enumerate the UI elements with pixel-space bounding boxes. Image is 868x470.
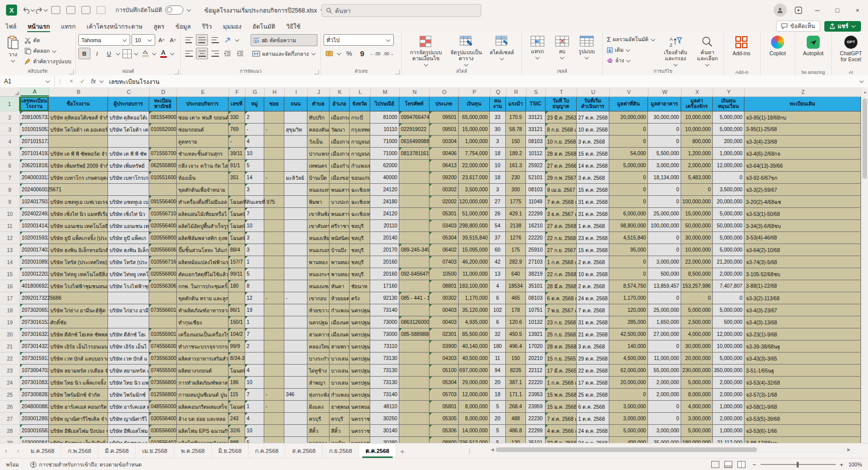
- cell-T16[interactable]: 28 มี.ค. 2568: [546, 280, 577, 292]
- cell-B16[interactable]: บริษัท โรงไฟฟ้าชุมชนหนองแ: [49, 280, 108, 292]
- cell-L2[interactable]: กระบี่: [350, 111, 370, 124]
- cell-Z3[interactable]: 3-95(1)-25/68: [744, 124, 861, 136]
- cell-H14[interactable]: [264, 256, 284, 268]
- cell-Q21[interactable]: 180: [490, 340, 506, 352]
- cell-L14[interactable]: ชลบุรี: [350, 256, 370, 268]
- cell-B23[interactable]: บริษัท สยามทรัค เรเดียล จำกั: [49, 365, 108, 377]
- cell-D4[interactable]: [149, 136, 177, 148]
- sheet-tab-มิ.ย.2568[interactable]: มิ.ย.2568: [212, 444, 249, 458]
- cell-C26[interactable]: บริษัท อาร์เคเอส ค: [108, 401, 149, 413]
- cell-J20[interactable]: สามควายเผือก: [307, 328, 330, 340]
- cell-W8[interactable]: 0: [648, 184, 681, 196]
- column-header-Y[interactable]: Y: [713, 87, 745, 96]
- cell-D15[interactable]: 02055680044: [149, 268, 177, 280]
- cell-A2[interactable]: 208100573256: [20, 111, 49, 124]
- cell-W12[interactable]: 0: [648, 232, 681, 244]
- cell-M10[interactable]: 24120: [370, 208, 399, 220]
- increase-indent-button[interactable]: [235, 48, 246, 59]
- cell-G7[interactable]: 14: [245, 172, 264, 184]
- cell-J9[interactable]: พิมพา: [307, 196, 330, 208]
- cell-D16[interactable]: 01055630675: [149, 280, 177, 292]
- cell-U10[interactable]: 31 ต.ค. 2568: [577, 208, 609, 220]
- cell-P9[interactable]: 120,000,000: [459, 196, 490, 208]
- cell-A10[interactable]: 202402249256: [20, 208, 49, 220]
- cell-C22[interactable]: บริษัท เวท บักส์ แ: [108, 352, 149, 365]
- cell-F12[interactable]: โฉนดที่ดิ: [229, 232, 245, 244]
- cell-S15[interactable]: 38219: [526, 268, 546, 280]
- cell-O11[interactable]: 03403: [429, 220, 459, 232]
- cell-B9[interactable]: บริษัท แซดทูเอ เบฟเวอเรจ จำกัด: [49, 196, 108, 208]
- cell-L6[interactable]: กำแพงเพชร: [350, 160, 370, 172]
- cell-V3[interactable]: 0: [609, 124, 648, 136]
- cell-S26[interactable]: 23959: [526, 401, 546, 413]
- cell-G23[interactable]: 4: [245, 365, 264, 377]
- cell-H10[interactable]: [264, 208, 284, 220]
- column-header-O[interactable]: O: [430, 87, 459, 96]
- cell-W25[interactable]: 2,000,000: [648, 389, 681, 401]
- cell-K25[interactable]: กำแพงแสน: [330, 389, 350, 401]
- column-header-I[interactable]: I: [285, 87, 308, 96]
- cell-F16[interactable]: 180: [229, 280, 245, 292]
- cell-Y26[interactable]: 1,000,000: [713, 401, 744, 413]
- cell-T10[interactable]: 3 ธ.ค. 2567 เ: [546, 208, 577, 220]
- cell-O27[interactable]: 05305: [429, 413, 459, 425]
- cell-Y15[interactable]: 2,000,000: [713, 268, 744, 280]
- cell-W14[interactable]: 3,000,000: [648, 256, 681, 268]
- cell-C23[interactable]: บริษัท สยามทรัค เ: [108, 365, 149, 377]
- cell-V9[interactable]: 0: [609, 196, 648, 208]
- cell-Z26[interactable]: จ3-58(1)-9/68: [744, 401, 861, 413]
- cell-X20[interactable]: 4,000,000: [681, 328, 713, 340]
- cell-J6[interactable]: เทพนคร: [307, 160, 330, 172]
- row-header-17[interactable]: 17: [0, 292, 20, 304]
- column-header-S[interactable]: S: [526, 87, 546, 96]
- cell-D9[interactable]: 09155640006: [149, 196, 177, 208]
- cell-E25[interactable]: การผสมปูนซีเมนต์ ปูน: [177, 389, 229, 401]
- cell-E18[interactable]: ทำผลิตภัณฑ์อาหารจาก: [177, 304, 229, 316]
- chatgpt-button[interactable]: GPT ChatGPT for Excel: [834, 34, 867, 64]
- cell-G26[interactable]: 1: [245, 401, 264, 413]
- page-break-view-icon[interactable]: [737, 461, 745, 468]
- decrease-indent-button[interactable]: [222, 48, 233, 59]
- cell-B7[interactable]: บริษัท เบทาโกร เกษตรอุตสาหกรรม: [49, 172, 108, 184]
- cell-P4[interactable]: 1,000,000: [459, 136, 490, 148]
- font-dialog-launcher-icon[interactable]: [174, 70, 179, 74]
- cell-P7[interactable]: 23,617,000: [459, 172, 490, 184]
- cell-T5[interactable]: 28 ส.ค. 2568: [546, 148, 577, 160]
- cell-T11[interactable]: 27 ส.ค. 2568: [546, 220, 577, 232]
- cell-E7[interactable]: ห้องเย็น: [177, 172, 229, 184]
- cell-L4[interactable]: กาญจนบุรี: [350, 136, 370, 148]
- header-cell-A1[interactable]: เลขทะเบียน โรงงาน: [20, 97, 49, 111]
- font-color-button[interactable]: A: [158, 48, 169, 59]
- cell-X15[interactable]: 8,500,000: [681, 268, 713, 280]
- cell-B25[interactable]: บริษัท ไพร์มมิกซ์ จำกัด: [49, 389, 108, 401]
- insert-function-icon[interactable]: fx: [88, 76, 99, 87]
- cell-Q29[interactable]: 5: [490, 437, 506, 443]
- cell-O15[interactable]: 10500: [429, 268, 459, 280]
- cell-P29[interactable]: 236,512,000: [459, 437, 490, 443]
- cell-C5[interactable]: บริษัท เค พี พี ซัพ: [108, 148, 149, 160]
- cell-X17[interactable]: 0: [681, 292, 713, 304]
- cell-Q4[interactable]: 3: [490, 136, 506, 148]
- cell-M4[interactable]: 71000: [370, 136, 399, 148]
- cell-F25[interactable]: 115: [229, 389, 245, 401]
- cell-P15[interactable]: 11,000,000: [459, 268, 490, 280]
- cell-W17[interactable]: 0: [648, 292, 681, 304]
- cell-L23[interactable]: นครปฐม: [350, 365, 370, 377]
- cell-K4[interactable]: เมืองกาญจนบุรี: [330, 136, 350, 148]
- cell-O9[interactable]: 02002: [429, 196, 459, 208]
- cell-M23[interactable]: 73130: [370, 365, 399, 377]
- cell-D2[interactable]: 08155490012: [149, 111, 177, 124]
- ribbon-tab-7[interactable]: มุมมอง: [218, 20, 247, 32]
- copilot-button[interactable]: Copilot: [763, 34, 792, 58]
- column-header-P[interactable]: P: [459, 87, 490, 96]
- cell-P14[interactable]: 46,200,000: [459, 256, 490, 268]
- cell-Y27[interactable]: 2,000,000: [713, 413, 744, 425]
- cell-Z10[interactable]: จ3-53(1)-50/68: [744, 208, 861, 220]
- cell-D17[interactable]: [149, 292, 177, 304]
- fill-color-chevron-icon[interactable]: [152, 51, 156, 55]
- cell-J7[interactable]: บ้านเป็ด: [307, 172, 330, 184]
- row-header-12[interactable]: 12: [0, 232, 20, 244]
- cell-B5[interactable]: บริษัท เค พี พี ซัพพอร์ด จำกัด: [49, 148, 108, 160]
- cell-N18[interactable]: [399, 304, 429, 316]
- cell-N28[interactable]: [399, 425, 429, 437]
